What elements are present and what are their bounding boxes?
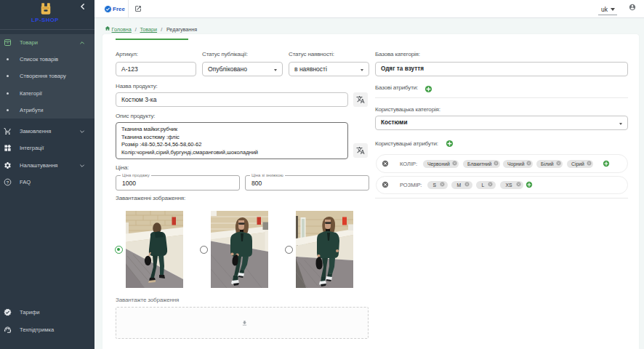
- svg-text:?: ?: [7, 180, 9, 185]
